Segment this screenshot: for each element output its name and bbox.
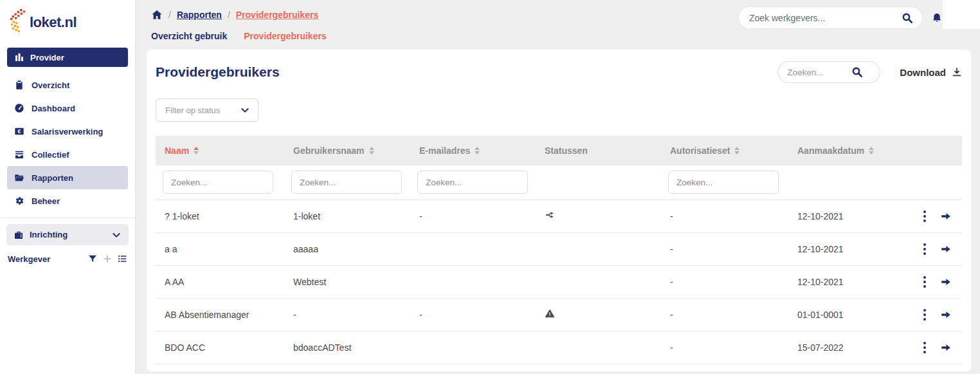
- table-search[interactable]: [777, 61, 880, 83]
- tab-bar: Overzicht gebruik Providergebruikers: [136, 31, 980, 41]
- chevron-down-icon: [111, 230, 122, 240]
- row-open-arrow-icon[interactable]: [940, 210, 952, 222]
- cell-status: [536, 298, 661, 331]
- provider-button[interactable]: Provider: [7, 48, 128, 67]
- brand-logo[interactable]: loket.nl: [0, 0, 135, 45]
- column-header-autorisatieset[interactable]: Autorisatieset: [661, 136, 788, 165]
- werkgever-search-input[interactable]: [749, 13, 902, 23]
- sidebar: loket.nl Provider Overzicht Dashboard € …: [0, 0, 136, 374]
- cell-aanmaakdatum: 01-01-0001: [788, 298, 901, 331]
- table-header-row: Naam Gebruikersnaam E-mailadres: [156, 136, 962, 165]
- sidebar-item-collectief[interactable]: Collectief: [7, 143, 128, 166]
- user-menu-panel: [943, 0, 980, 29]
- euro-card-icon: €: [14, 126, 24, 136]
- table-row: ? 1-loket 1-loket - - 12-10-2021: [156, 200, 962, 232]
- status-filter-dropdown[interactable]: Filter op status: [156, 98, 259, 122]
- cell-email: [410, 232, 536, 265]
- row-open-arrow-icon[interactable]: [940, 309, 952, 321]
- row-menu-kebab-icon[interactable]: [922, 242, 927, 256]
- cell-status: [536, 331, 661, 364]
- column-header-naam[interactable]: Naam: [156, 136, 284, 165]
- filter-input-naam[interactable]: [163, 171, 273, 194]
- sidebar-item-label: Overzicht: [32, 80, 69, 90]
- werkgever-search[interactable]: [738, 6, 923, 29]
- folder-open-icon: [14, 173, 24, 183]
- cell-aanmaakdatum: 15-07-2022: [788, 331, 901, 364]
- row-menu-kebab-icon[interactable]: [922, 341, 927, 355]
- tab-overzicht-gebruik[interactable]: Overzicht gebruik: [151, 31, 227, 41]
- cell-email: [410, 265, 536, 298]
- sort-icon: [369, 147, 374, 154]
- cell-naam: a a: [156, 232, 284, 265]
- sidebar-item-label: Rapporten: [32, 173, 73, 183]
- row-open-arrow-icon[interactable]: [940, 276, 952, 288]
- provider-bars-icon: [14, 52, 24, 62]
- status-filter-label: Filter op status: [165, 106, 220, 115]
- breadcrumb-link-providergebruikers[interactable]: Providergebruikers: [236, 10, 318, 20]
- cell-naam: AB Absentiemanager: [156, 298, 284, 331]
- content-card: Providergebruikers Download Filter op st…: [147, 50, 971, 371]
- cell-status: [536, 265, 661, 298]
- download-icon: [952, 67, 962, 77]
- bell-icon[interactable]: [931, 12, 943, 24]
- row-open-arrow-icon[interactable]: [940, 342, 952, 353]
- cell-email: -: [410, 200, 536, 232]
- table-search-input[interactable]: [787, 68, 851, 77]
- row-menu-kebab-icon[interactable]: [922, 275, 927, 289]
- werkgever-label: Werkgever: [8, 254, 50, 264]
- sidebar-item-dashboard[interactable]: Dashboard: [7, 97, 128, 120]
- sort-icon: [194, 147, 199, 154]
- sidebar-item-overzicht[interactable]: Overzicht: [7, 73, 128, 97]
- cell-gebruikersnaam: aaaaa: [284, 232, 410, 265]
- table-filter-row: [156, 165, 962, 200]
- sidebar-item-label: Collectief: [32, 150, 69, 160]
- breadcrumb-link-rapporten[interactable]: Rapporten: [177, 10, 222, 20]
- plus-icon[interactable]: [102, 254, 113, 264]
- cell-naam: ? 1-loket: [156, 200, 284, 232]
- sidebar-item-label: Salarisverwerking: [32, 127, 103, 136]
- sidebar-item-label: Beheer: [32, 196, 60, 206]
- cell-autorisatieset: -: [661, 331, 788, 364]
- cell-naam: BDO ACC: [156, 331, 284, 364]
- filter-input-emailadres[interactable]: [417, 171, 528, 194]
- search-icon[interactable]: [902, 12, 913, 24]
- chevron-down-icon: [240, 105, 250, 115]
- column-header-aanmaakdatum[interactable]: Aanmaakdatum: [788, 136, 901, 165]
- filter-input-gebruikersnaam[interactable]: [291, 171, 402, 194]
- home-icon[interactable]: [151, 9, 163, 21]
- sidebar-section-inrichting[interactable]: Inrichting: [6, 224, 129, 245]
- werkgever-section: Werkgever: [8, 254, 127, 264]
- tab-providergebruikers[interactable]: Providergebruikers: [244, 31, 326, 41]
- cell-email: -: [410, 298, 536, 331]
- column-header-gebruikersnaam[interactable]: Gebruikersnaam: [284, 136, 410, 165]
- table-row: AB Absentiemanager - - - 01-01-0001: [156, 298, 962, 331]
- download-button[interactable]: Download: [900, 67, 962, 78]
- cell-gebruikersnaam: Webtest: [284, 265, 410, 298]
- breadcrumb-separator: /: [168, 10, 171, 20]
- breadcrumb-separator: /: [228, 10, 230, 20]
- column-header-actions: [901, 136, 962, 165]
- sort-icon: [475, 147, 480, 154]
- row-menu-kebab-icon[interactable]: [922, 209, 927, 223]
- row-menu-kebab-icon[interactable]: [922, 308, 927, 322]
- cell-aanmaakdatum: 12-10-2021: [788, 200, 901, 232]
- sidebar-item-salarisverwerking[interactable]: € Salarisverwerking: [7, 120, 128, 143]
- list-icon[interactable]: [117, 254, 127, 264]
- briefcase-info-icon: [14, 230, 24, 240]
- tray-stack-icon: [14, 149, 24, 160]
- search-icon[interactable]: [851, 66, 863, 78]
- loket-swirl-icon: [8, 8, 27, 37]
- table-row: a a aaaaa - 12-10-2021: [156, 232, 962, 265]
- column-header-emailadres[interactable]: E-mailadres: [410, 136, 536, 165]
- cell-email: [410, 331, 536, 364]
- row-open-arrow-icon[interactable]: [940, 243, 952, 255]
- cell-gebruikersnaam: -: [284, 298, 410, 331]
- sidebar-item-beheer[interactable]: Beheer: [7, 189, 128, 212]
- cell-aanmaakdatum: 12-10-2021: [788, 232, 901, 265]
- provider-label: Provider: [30, 53, 64, 62]
- filter-funnel-icon[interactable]: [87, 254, 98, 264]
- sidebar-item-rapporten[interactable]: Rapporten: [7, 166, 128, 189]
- filter-input-autorisatieset[interactable]: [668, 171, 779, 194]
- share-icon: [545, 210, 555, 220]
- inrichting-label: Inrichting: [30, 230, 68, 239]
